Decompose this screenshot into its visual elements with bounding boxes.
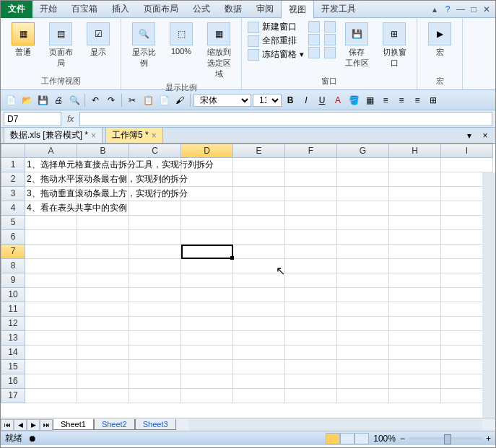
row-header[interactable]: 13 bbox=[1, 331, 25, 346]
cell[interactable] bbox=[77, 230, 129, 245]
tab-close-icon[interactable]: × bbox=[152, 131, 157, 141]
cell[interactable] bbox=[337, 374, 389, 389]
cell[interactable]: 1、选择单元格直接点击拆分工具，实现行列拆分 bbox=[25, 158, 77, 172]
cell[interactable] bbox=[129, 331, 181, 346]
preview-icon[interactable]: 🔍 bbox=[67, 93, 82, 107]
zoom-level[interactable]: 100% bbox=[373, 434, 396, 444]
select-all-corner[interactable] bbox=[1, 144, 25, 158]
cell[interactable] bbox=[285, 389, 337, 403]
cell[interactable] bbox=[389, 360, 441, 374]
cell[interactable] bbox=[129, 259, 181, 273]
cell[interactable] bbox=[181, 172, 233, 187]
cell[interactable] bbox=[389, 302, 441, 317]
tab-home[interactable]: 开始 bbox=[32, 0, 64, 18]
cell[interactable] bbox=[337, 346, 389, 360]
cell[interactable] bbox=[389, 201, 441, 216]
row-header[interactable]: 5 bbox=[1, 216, 25, 230]
row-header[interactable]: 3 bbox=[1, 187, 25, 201]
cell[interactable] bbox=[25, 374, 77, 389]
last-sheet-icon[interactable]: ⏭ bbox=[40, 419, 53, 431]
cell[interactable] bbox=[129, 172, 181, 187]
cell[interactable] bbox=[233, 346, 285, 360]
column-header[interactable]: I bbox=[441, 144, 493, 158]
zoom-selection-button[interactable]: ▦缩放到 选定区域 bbox=[202, 21, 235, 81]
font-color-icon[interactable]: A bbox=[331, 93, 345, 107]
reset-position-icon[interactable] bbox=[324, 47, 336, 58]
cell[interactable] bbox=[77, 331, 129, 346]
hide-icon[interactable] bbox=[308, 34, 320, 45]
cell[interactable] bbox=[25, 259, 77, 273]
cell[interactable] bbox=[337, 230, 389, 245]
tab-pagelayout[interactable]: 页面布局 bbox=[136, 0, 186, 18]
cell[interactable] bbox=[25, 273, 77, 288]
cell[interactable] bbox=[129, 245, 181, 259]
cell[interactable] bbox=[129, 346, 181, 360]
cell[interactable] bbox=[389, 317, 441, 331]
fill-color-icon[interactable]: 🪣 bbox=[347, 93, 361, 107]
cell[interactable] bbox=[181, 216, 233, 230]
tab-view[interactable]: 视图 bbox=[281, 0, 314, 19]
horizontal-scrollbar[interactable] bbox=[189, 419, 482, 431]
tab-developer[interactable]: 开发工具 bbox=[314, 0, 363, 18]
cell[interactable] bbox=[181, 158, 233, 172]
row-header[interactable]: 15 bbox=[1, 360, 25, 374]
tab-close-all-icon[interactable]: × bbox=[478, 128, 492, 143]
cell[interactable]: 3、拖动垂直滚动条最上方，实现行的拆分 bbox=[25, 187, 77, 201]
bold-icon[interactable]: B bbox=[283, 93, 297, 107]
redo-icon[interactable]: ↷ bbox=[104, 93, 118, 107]
cell[interactable]: 4、看在表头共享中的实例 bbox=[25, 201, 77, 216]
freeze-panes-button[interactable]: 冻结窗格 ▾ bbox=[248, 48, 304, 61]
name-box[interactable]: D7 bbox=[4, 112, 61, 126]
normal-view-button[interactable]: ▦普通 bbox=[6, 21, 40, 59]
cell[interactable] bbox=[285, 273, 337, 288]
cell[interactable] bbox=[181, 331, 233, 346]
cell[interactable] bbox=[181, 259, 233, 273]
cell[interactable] bbox=[129, 201, 181, 216]
cell[interactable] bbox=[337, 259, 389, 273]
cell[interactable] bbox=[337, 201, 389, 216]
italic-icon[interactable]: I bbox=[299, 93, 313, 107]
cell[interactable] bbox=[129, 374, 181, 389]
align-left-icon[interactable]: ≡ bbox=[378, 93, 393, 107]
row-header[interactable]: 9 bbox=[1, 273, 25, 288]
cell[interactable] bbox=[129, 288, 181, 302]
cell[interactable] bbox=[25, 331, 77, 346]
row-header[interactable]: 17 bbox=[1, 389, 25, 403]
cell[interactable] bbox=[285, 288, 337, 302]
cell[interactable] bbox=[181, 288, 233, 302]
cell[interactable] bbox=[181, 317, 233, 331]
arrange-all-button[interactable]: 全部重排 bbox=[248, 35, 304, 47]
cell[interactable] bbox=[129, 273, 181, 288]
zoom-out-icon[interactable]: − bbox=[400, 434, 405, 444]
cell[interactable] bbox=[181, 389, 233, 403]
cell[interactable] bbox=[77, 259, 129, 273]
cell[interactable] bbox=[233, 201, 285, 216]
cell[interactable] bbox=[233, 317, 285, 331]
sheet-tab[interactable]: Sheet3 bbox=[135, 419, 176, 430]
cell[interactable] bbox=[25, 317, 77, 331]
cell[interactable] bbox=[337, 302, 389, 317]
cell[interactable] bbox=[389, 346, 441, 360]
cell[interactable] bbox=[181, 273, 233, 288]
row-header[interactable]: 6 bbox=[1, 230, 25, 245]
copy-icon[interactable]: 📋 bbox=[141, 93, 155, 107]
cell[interactable] bbox=[337, 317, 389, 331]
underline-icon[interactable]: U bbox=[315, 93, 329, 107]
row-header[interactable]: 12 bbox=[1, 317, 25, 331]
cell[interactable] bbox=[285, 230, 337, 245]
cell[interactable] bbox=[233, 273, 285, 288]
row-header[interactable]: 1 bbox=[1, 158, 25, 172]
tab-formulas[interactable]: 公式 bbox=[186, 0, 217, 18]
cell[interactable] bbox=[77, 216, 129, 230]
cell[interactable] bbox=[25, 288, 77, 302]
macros-button[interactable]: ▶宏 bbox=[423, 21, 456, 59]
cell[interactable] bbox=[285, 201, 337, 216]
column-header[interactable]: C bbox=[129, 144, 181, 158]
cell[interactable] bbox=[25, 245, 77, 259]
print-icon[interactable]: 🖨 bbox=[51, 93, 66, 107]
column-header[interactable]: F bbox=[285, 144, 337, 158]
cell[interactable] bbox=[285, 172, 337, 187]
cell[interactable] bbox=[181, 346, 233, 360]
new-icon[interactable]: 📄 bbox=[4, 93, 18, 107]
cell[interactable] bbox=[233, 172, 285, 187]
